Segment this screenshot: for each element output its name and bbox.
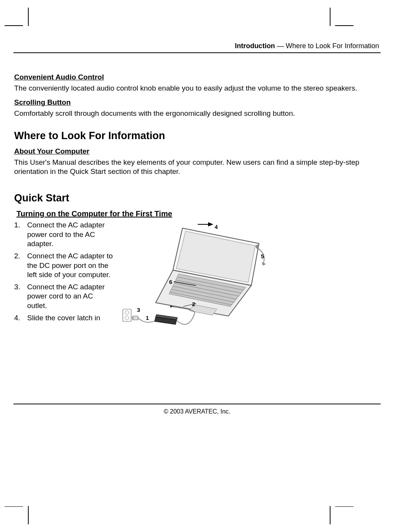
callout-4: 4	[215, 224, 218, 230]
svg-marker-12	[208, 223, 212, 226]
callout-2: 2	[192, 301, 195, 307]
callout-3: 3	[137, 307, 140, 313]
crop-mark	[330, 506, 331, 524]
step-item: Connect the AC adapter to the DC power p…	[14, 251, 114, 279]
heading-where-to-look: Where to Look For Information	[14, 130, 380, 142]
callout-1: 1	[146, 315, 149, 321]
svg-rect-17	[123, 309, 131, 321]
page-content: Introduction — Where to Look For Informa…	[13, 0, 381, 331]
heading-scrolling-button: Scrolling Button	[14, 98, 380, 107]
step-item: Slide the cover latch in	[14, 313, 114, 323]
svg-rect-20	[133, 316, 138, 320]
header-separator: —	[275, 42, 286, 50]
copyright: © 2003 AVERATEC, Inc.	[13, 404, 381, 415]
para-about-computer: This User's Manual describes the key ele…	[14, 158, 380, 177]
callout-6: 6	[169, 279, 172, 285]
heading-quick-start: Quick Start	[14, 192, 380, 204]
step-item: Connect the AC adapter power cord to an …	[14, 282, 114, 310]
crop-mark	[335, 506, 353, 507]
crop-mark	[5, 506, 23, 507]
running-header: Introduction — Where to Look For Informa…	[13, 42, 381, 53]
body-content: Convenient Audio Control The convenientl…	[13, 53, 381, 331]
steps-list: Connect the AC adapter power cord to the…	[14, 221, 114, 326]
heading-about-computer: About Your Computer	[14, 147, 380, 156]
crop-mark	[28, 506, 29, 524]
para-audio-control: The conveniently located audio control k…	[14, 84, 380, 93]
header-section: Introduction	[235, 42, 275, 50]
para-scrolling-button: Comfortably scroll through documents wit…	[14, 109, 380, 118]
header-subsection: Where to Look For Information	[286, 42, 379, 50]
callout-5: 5	[261, 253, 264, 260]
step-item: Connect the AC adapter power cord to the…	[14, 221, 114, 248]
page-footer: © 2003 AVERATEC, Inc.	[13, 404, 381, 415]
quick-start-row: Connect the AC adapter power cord to the…	[14, 221, 380, 331]
heading-audio-control: Convenient Audio Control	[14, 73, 380, 81]
laptop-illustration: 4 5 6 2 3 1	[117, 221, 380, 331]
laptop-svg	[114, 217, 274, 331]
